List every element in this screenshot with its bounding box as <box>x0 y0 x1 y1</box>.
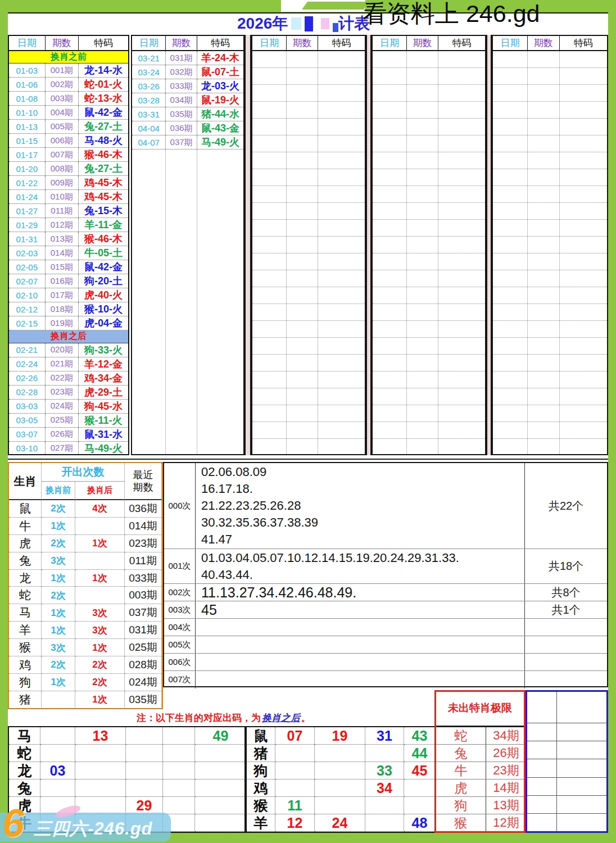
draw-row: 02-03014期牛-05-土 <box>9 246 128 260</box>
code-number-cell: 44 <box>404 745 436 762</box>
code-number-cell <box>126 762 163 779</box>
draw-group: 日期期数特码03-21031期羊-24-木03-24032期鼠-07-土03-2… <box>131 35 244 455</box>
code-number-cell <box>126 745 163 762</box>
draw-period-cell: 008期 <box>45 162 78 175</box>
draw-code-cell: 马-49-火 <box>197 135 243 149</box>
stat-after-count-cell <box>75 518 125 535</box>
stat-zodiac-cell: 龙 <box>9 570 42 587</box>
draw-code-cell: 兔-27-土 <box>78 162 128 175</box>
draw-date-cell: 01-24 <box>9 190 45 203</box>
draw-date-cell: 03-07 <box>9 428 45 441</box>
draw-code-cell: 猴-10-火 <box>78 302 128 316</box>
zodiac-row-label: 鸡 <box>247 779 275 797</box>
limit-zodiac-cell: 蛇 <box>436 727 486 745</box>
draw-date-cell: 01-31 <box>9 232 45 246</box>
group-separator <box>486 35 492 455</box>
draw-code-cell: 羊-12-金 <box>78 357 128 371</box>
draw-period-cell: 035期 <box>165 107 196 121</box>
stat-zodiac-cell: 鼠 <box>9 500 42 518</box>
redacted-block <box>305 16 313 31</box>
empty-row <box>493 270 607 287</box>
code-number-cell <box>365 797 404 814</box>
draw-row: 01-13005期兔-27-土 <box>9 120 128 134</box>
draw-row: 01-03001期龙-14-水 <box>9 64 128 78</box>
draw-row: 02-21020期狗-33-火 <box>9 343 128 357</box>
frequency-row: 001次01.03.04.05.07.10.12.14.15.19.20.24.… <box>164 549 607 584</box>
period-column-header: 期数 <box>527 36 559 50</box>
frequency-numbers <box>196 636 525 653</box>
draw-row: 01-15006期马-48-火 <box>9 134 128 148</box>
draw-date-cell: 01-22 <box>9 176 45 189</box>
empty-row <box>252 85 365 102</box>
zodiac-row-label: 狗 <box>247 762 275 779</box>
draw-code-cell: 鸡-34-金 <box>78 371 128 385</box>
draw-period-cell: 027期 <box>45 442 78 455</box>
empty-cell <box>557 796 606 813</box>
code-number-cell <box>195 779 247 797</box>
draw-date-cell: 03-03 <box>9 400 45 413</box>
draw-row: 01-31013期猴-46-木 <box>9 232 128 246</box>
empty-row <box>252 220 365 237</box>
redacted-block <box>291 17 301 30</box>
note-prefix: 注：以下生肖的对应出码，为 <box>137 711 261 724</box>
stat-recent-period-cell: 031期 <box>125 622 162 639</box>
draw-date-cell: 03-05 <box>9 414 45 427</box>
zodiac-row-label: 兔 <box>9 779 40 797</box>
stats-zodiac-header: 生肖 <box>9 463 42 500</box>
empty-row <box>493 152 607 169</box>
empty-cell <box>527 814 557 831</box>
draw-row: 04-07037期马-49-火 <box>132 135 243 149</box>
stat-recent-period-cell: 028期 <box>125 656 162 674</box>
draw-date-cell: 04-04 <box>132 121 165 135</box>
draw-code-cell: 鼠-07-土 <box>197 65 243 79</box>
draw-period-cell: 018期 <box>45 302 78 316</box>
draw-code-cell: 鼠-43-金 <box>197 121 243 135</box>
empty-row <box>373 338 485 355</box>
empty-cell-row <box>527 778 606 796</box>
code-number-cell <box>40 779 75 797</box>
stat-after-count-cell: 1次 <box>75 570 125 587</box>
stat-before-count-cell: 3次 <box>42 639 75 656</box>
stat-after-count-cell: 1次 <box>75 639 125 656</box>
draw-group: 日期期数特码换肖之前01-03001期龙-14-水01-06002期蛇-01-火… <box>8 35 129 455</box>
empty-row <box>252 119 365 135</box>
code-number-cell <box>40 745 75 762</box>
code-number-cell <box>275 745 315 762</box>
empty-row <box>252 439 365 455</box>
code-number-cell: 33 <box>365 762 404 779</box>
empty-row <box>373 51 485 68</box>
stat-zodiac-cell: 狗 <box>9 674 42 691</box>
code-number-cell <box>195 797 247 814</box>
empty-row <box>373 270 485 287</box>
limit-period-cell: 13期 <box>486 797 527 814</box>
empty-cell <box>557 759 606 777</box>
empty-row <box>252 169 365 186</box>
frequency-numbers <box>196 671 525 688</box>
stat-recent-period-cell: 024期 <box>125 674 162 691</box>
code-column-header: 特码 <box>318 36 365 50</box>
draw-period-cell: 013期 <box>45 232 78 246</box>
draw-date-cell: 02-03 <box>9 246 45 260</box>
stat-zodiac-cell: 猴 <box>9 639 42 656</box>
stat-after-count-cell: 3次 <box>75 604 125 622</box>
empty-row <box>493 388 607 405</box>
empty-row <box>373 220 485 237</box>
empty-row <box>252 51 365 68</box>
watermark: 6 三四六-246.gd <box>0 813 171 842</box>
empty-row <box>493 321 607 338</box>
frequency-count-label: 000次 <box>164 463 196 549</box>
frequency-count-label: 007次 <box>164 671 196 688</box>
zodiac-row-label: 鼠 <box>247 727 275 745</box>
empty-row <box>493 119 607 135</box>
draw-code-cell: 羊-11-金 <box>78 218 128 232</box>
draw-code-cell: 虎-29-土 <box>78 386 128 399</box>
code-number-cell: 11 <box>275 797 315 814</box>
draw-code-cell: 龙-03-火 <box>197 79 243 93</box>
draw-code-cell: 鼠-42-金 <box>78 260 128 274</box>
empty-row <box>373 371 485 388</box>
draw-row: 01-08003期蛇-13-水 <box>9 92 128 106</box>
draw-period-cell: 020期 <box>45 343 78 357</box>
code-number-cell <box>163 745 195 762</box>
date-column-header: 日期 <box>252 36 286 50</box>
draw-period-cell: 004期 <box>45 106 78 119</box>
